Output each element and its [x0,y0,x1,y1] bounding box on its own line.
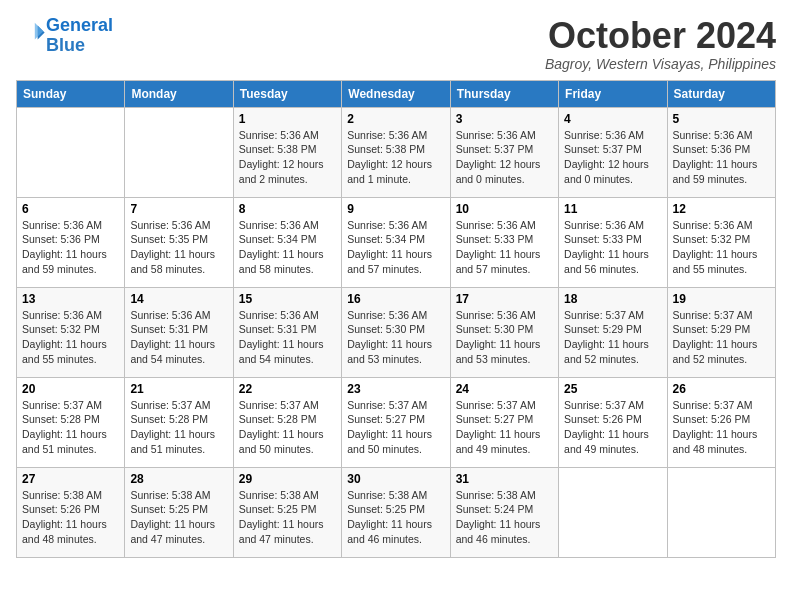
day-info: Sunrise: 5:36 AM Sunset: 5:31 PM Dayligh… [130,308,227,367]
day-number: 6 [22,202,119,216]
calendar-cell: 31Sunrise: 5:38 AM Sunset: 5:24 PM Dayli… [450,467,558,557]
day-number: 17 [456,292,553,306]
calendar-cell [667,467,775,557]
header-monday: Monday [125,80,233,107]
day-info: Sunrise: 5:36 AM Sunset: 5:38 PM Dayligh… [347,128,444,187]
day-number: 7 [130,202,227,216]
day-info: Sunrise: 5:37 AM Sunset: 5:27 PM Dayligh… [456,398,553,457]
day-number: 20 [22,382,119,396]
day-info: Sunrise: 5:38 AM Sunset: 5:25 PM Dayligh… [130,488,227,547]
day-info: Sunrise: 5:36 AM Sunset: 5:38 PM Dayligh… [239,128,336,187]
calendar-cell: 5Sunrise: 5:36 AM Sunset: 5:36 PM Daylig… [667,107,775,197]
day-number: 3 [456,112,553,126]
day-info: Sunrise: 5:36 AM Sunset: 5:34 PM Dayligh… [347,218,444,277]
day-info: Sunrise: 5:36 AM Sunset: 5:33 PM Dayligh… [456,218,553,277]
day-info: Sunrise: 5:37 AM Sunset: 5:26 PM Dayligh… [564,398,661,457]
calendar-cell: 12Sunrise: 5:36 AM Sunset: 5:32 PM Dayli… [667,197,775,287]
day-number: 25 [564,382,661,396]
day-info: Sunrise: 5:36 AM Sunset: 5:37 PM Dayligh… [564,128,661,187]
day-number: 9 [347,202,444,216]
day-number: 4 [564,112,661,126]
day-number: 23 [347,382,444,396]
day-info: Sunrise: 5:38 AM Sunset: 5:25 PM Dayligh… [347,488,444,547]
calendar-cell [125,107,233,197]
header-saturday: Saturday [667,80,775,107]
day-info: Sunrise: 5:37 AM Sunset: 5:29 PM Dayligh… [564,308,661,367]
calendar-cell: 24Sunrise: 5:37 AM Sunset: 5:27 PM Dayli… [450,377,558,467]
header-sunday: Sunday [17,80,125,107]
day-number: 31 [456,472,553,486]
day-number: 18 [564,292,661,306]
day-info: Sunrise: 5:37 AM Sunset: 5:28 PM Dayligh… [239,398,336,457]
logo: General Blue [16,16,113,56]
logo-icon [18,20,46,48]
header-tuesday: Tuesday [233,80,341,107]
calendar-cell: 2Sunrise: 5:36 AM Sunset: 5:38 PM Daylig… [342,107,450,197]
calendar-week-2: 6Sunrise: 5:36 AM Sunset: 5:36 PM Daylig… [17,197,776,287]
day-info: Sunrise: 5:36 AM Sunset: 5:35 PM Dayligh… [130,218,227,277]
day-number: 14 [130,292,227,306]
day-info: Sunrise: 5:37 AM Sunset: 5:29 PM Dayligh… [673,308,770,367]
calendar-cell [17,107,125,197]
day-info: Sunrise: 5:37 AM Sunset: 5:28 PM Dayligh… [22,398,119,457]
day-number: 10 [456,202,553,216]
day-number: 24 [456,382,553,396]
calendar-cell [559,467,667,557]
calendar-cell: 1Sunrise: 5:36 AM Sunset: 5:38 PM Daylig… [233,107,341,197]
calendar-week-3: 13Sunrise: 5:36 AM Sunset: 5:32 PM Dayli… [17,287,776,377]
day-info: Sunrise: 5:36 AM Sunset: 5:36 PM Dayligh… [673,128,770,187]
day-info: Sunrise: 5:36 AM Sunset: 5:30 PM Dayligh… [347,308,444,367]
calendar-cell: 30Sunrise: 5:38 AM Sunset: 5:25 PM Dayli… [342,467,450,557]
header-friday: Friday [559,80,667,107]
day-number: 15 [239,292,336,306]
calendar-cell: 11Sunrise: 5:36 AM Sunset: 5:33 PM Dayli… [559,197,667,287]
calendar-cell: 3Sunrise: 5:36 AM Sunset: 5:37 PM Daylig… [450,107,558,197]
day-number: 11 [564,202,661,216]
calendar-cell: 27Sunrise: 5:38 AM Sunset: 5:26 PM Dayli… [17,467,125,557]
calendar-cell: 26Sunrise: 5:37 AM Sunset: 5:26 PM Dayli… [667,377,775,467]
day-info: Sunrise: 5:38 AM Sunset: 5:24 PM Dayligh… [456,488,553,547]
day-number: 29 [239,472,336,486]
day-info: Sunrise: 5:36 AM Sunset: 5:31 PM Dayligh… [239,308,336,367]
calendar-week-5: 27Sunrise: 5:38 AM Sunset: 5:26 PM Dayli… [17,467,776,557]
day-info: Sunrise: 5:36 AM Sunset: 5:34 PM Dayligh… [239,218,336,277]
day-info: Sunrise: 5:38 AM Sunset: 5:26 PM Dayligh… [22,488,119,547]
calendar-cell: 10Sunrise: 5:36 AM Sunset: 5:33 PM Dayli… [450,197,558,287]
day-info: Sunrise: 5:37 AM Sunset: 5:27 PM Dayligh… [347,398,444,457]
day-number: 8 [239,202,336,216]
calendar-cell: 21Sunrise: 5:37 AM Sunset: 5:28 PM Dayli… [125,377,233,467]
day-info: Sunrise: 5:38 AM Sunset: 5:25 PM Dayligh… [239,488,336,547]
calendar-cell: 29Sunrise: 5:38 AM Sunset: 5:25 PM Dayli… [233,467,341,557]
day-info: Sunrise: 5:36 AM Sunset: 5:36 PM Dayligh… [22,218,119,277]
header-thursday: Thursday [450,80,558,107]
month-title: October 2024 [545,16,776,56]
day-number: 27 [22,472,119,486]
location: Bagroy, Western Visayas, Philippines [545,56,776,72]
calendar-cell: 4Sunrise: 5:36 AM Sunset: 5:37 PM Daylig… [559,107,667,197]
calendar-cell: 15Sunrise: 5:36 AM Sunset: 5:31 PM Dayli… [233,287,341,377]
day-number: 28 [130,472,227,486]
day-number: 21 [130,382,227,396]
calendar-week-1: 1Sunrise: 5:36 AM Sunset: 5:38 PM Daylig… [17,107,776,197]
day-info: Sunrise: 5:36 AM Sunset: 5:30 PM Dayligh… [456,308,553,367]
day-info: Sunrise: 5:37 AM Sunset: 5:26 PM Dayligh… [673,398,770,457]
header-row: Sunday Monday Tuesday Wednesday Thursday… [17,80,776,107]
day-number: 26 [673,382,770,396]
day-number: 5 [673,112,770,126]
day-info: Sunrise: 5:36 AM Sunset: 5:32 PM Dayligh… [673,218,770,277]
title-block: October 2024 Bagroy, Western Visayas, Ph… [545,16,776,72]
calendar-cell: 19Sunrise: 5:37 AM Sunset: 5:29 PM Dayli… [667,287,775,377]
calendar-cell: 6Sunrise: 5:36 AM Sunset: 5:36 PM Daylig… [17,197,125,287]
calendar-cell: 13Sunrise: 5:36 AM Sunset: 5:32 PM Dayli… [17,287,125,377]
day-info: Sunrise: 5:36 AM Sunset: 5:33 PM Dayligh… [564,218,661,277]
calendar-cell: 22Sunrise: 5:37 AM Sunset: 5:28 PM Dayli… [233,377,341,467]
day-info: Sunrise: 5:36 AM Sunset: 5:37 PM Dayligh… [456,128,553,187]
calendar-cell: 28Sunrise: 5:38 AM Sunset: 5:25 PM Dayli… [125,467,233,557]
header-wednesday: Wednesday [342,80,450,107]
day-number: 13 [22,292,119,306]
calendar-cell: 23Sunrise: 5:37 AM Sunset: 5:27 PM Dayli… [342,377,450,467]
calendar-table: Sunday Monday Tuesday Wednesday Thursday… [16,80,776,558]
day-number: 30 [347,472,444,486]
calendar-cell: 8Sunrise: 5:36 AM Sunset: 5:34 PM Daylig… [233,197,341,287]
day-info: Sunrise: 5:36 AM Sunset: 5:32 PM Dayligh… [22,308,119,367]
